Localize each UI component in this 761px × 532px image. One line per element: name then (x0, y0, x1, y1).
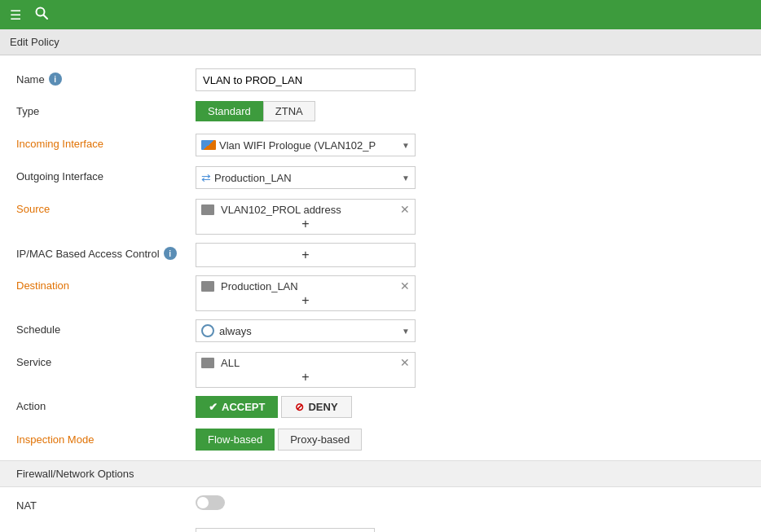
nat-toggle[interactable] (196, 495, 225, 510)
incoming-interface-chevron: ▼ (402, 141, 410, 150)
destination-tag-box: Production_LAN ✕ + (196, 275, 416, 311)
name-input[interactable] (196, 68, 416, 91)
incoming-interface-label: Incoming Interface (16, 134, 196, 150)
incoming-interface-row: Incoming Interface Vlan WIFI Prologue (V… (16, 134, 745, 158)
incoming-interface-control: Vlan WIFI Prologue (VLAN102_P ▼ (196, 134, 745, 156)
menu-icon[interactable]: ☰ (10, 7, 21, 23)
incoming-interface-icon (201, 140, 216, 150)
nat-control (196, 495, 745, 510)
ipmac-info-icon[interactable]: i (164, 247, 177, 260)
source-item-row: VLAN102_PROL address ✕ (201, 203, 410, 216)
outgoing-interface-control: ⇄ Production_LAN ▼ (196, 166, 745, 189)
name-row: Name i (16, 68, 745, 93)
incoming-interface-value: Vlan WIFI Prologue (VLAN102_P (219, 139, 376, 152)
inspection-mode-label: Inspection Mode (16, 433, 196, 446)
action-button-group: ✔ ACCEPT ⊘ DENY (196, 396, 745, 418)
schedule-row: Schedule always ▼ (16, 319, 745, 344)
name-label: Name i (16, 68, 196, 86)
type-standard-button[interactable]: Standard (196, 101, 263, 121)
source-item-remove[interactable]: ✕ (400, 203, 410, 216)
source-control: VLAN102_PROL address ✕ + (196, 199, 745, 235)
type-ztna-button[interactable]: ZTNA (263, 101, 315, 121)
outgoing-interface-chevron: ▼ (402, 174, 410, 182)
source-item-icon (201, 204, 214, 215)
schedule-label: Schedule (16, 319, 196, 336)
protocol-options-label: Protocol Options (16, 528, 196, 532)
name-control (196, 68, 745, 91)
service-item-icon (201, 358, 214, 368)
search-icon[interactable] (34, 6, 49, 24)
destination-control: Production_LAN ✕ + (196, 275, 745, 311)
service-add-button[interactable]: + (201, 371, 410, 384)
destination-label: Destination (16, 275, 196, 292)
firewall-section-content: NAT Protocol Options PROT default ▼ (16, 487, 745, 532)
service-item-remove[interactable]: ✕ (400, 356, 410, 369)
outgoing-interface-dropdown[interactable]: ⇄ Production_LAN ▼ (196, 166, 416, 189)
deny-button[interactable]: ⊘ DENY (281, 396, 351, 418)
nat-label: NAT (16, 495, 196, 512)
schedule-dropdown[interactable]: always ▼ (196, 319, 416, 342)
service-tag-box: ALL ✕ + (196, 352, 416, 388)
schedule-chevron: ▼ (402, 327, 410, 336)
deny-block-icon: ⊘ (295, 401, 304, 413)
protocol-options-control: PROT default ▼ (196, 528, 745, 532)
protocol-options-row: Protocol Options PROT default ▼ (16, 528, 745, 532)
action-row: Action ✔ ACCEPT ⊘ DENY (16, 396, 745, 420)
schedule-value: always (219, 325, 252, 337)
source-row: Source VLAN102_PROL address ✕ + (16, 199, 745, 235)
type-label: Type (16, 101, 196, 117)
page-title: Edit Policy (10, 36, 59, 48)
destination-item: Production_LAN (201, 280, 298, 292)
service-label: Service (16, 352, 196, 368)
destination-item-remove[interactable]: ✕ (400, 279, 410, 292)
service-row: Service ALL ✕ + (16, 352, 745, 388)
source-tag-box: VLAN102_PROL address ✕ + (196, 199, 416, 235)
accept-check-icon: ✔ (209, 401, 218, 413)
type-button-group: Standard ZTNA (196, 101, 745, 121)
edit-policy-form: Name i Type Standard ZTNA Incoming Inter… (0, 55, 761, 532)
service-item: ALL (201, 357, 240, 369)
inspection-mode-row: Inspection Mode Flow-based Proxy-based (16, 429, 745, 451)
source-add-button[interactable]: + (201, 218, 410, 231)
service-control: ALL ✕ + (196, 352, 745, 388)
svg-line-1 (44, 15, 48, 20)
destination-item-row: Production_LAN ✕ (201, 279, 410, 292)
inspection-flow-button[interactable]: Flow-based (196, 429, 275, 451)
schedule-inner: always (201, 324, 252, 337)
type-row: Type Standard ZTNA (16, 101, 745, 125)
outgoing-interface-label: Outgoing Interface (16, 166, 196, 182)
destination-item-icon (201, 281, 214, 292)
inspection-proxy-button[interactable]: Proxy-based (278, 429, 362, 451)
accept-button[interactable]: ✔ ACCEPT (196, 396, 278, 418)
ipmac-tag-box: + (196, 243, 416, 267)
ipmac-control: + (196, 243, 745, 267)
destination-row: Destination Production_LAN ✕ + (16, 275, 745, 311)
destination-add-button[interactable]: + (201, 294, 410, 307)
firewall-section-header: Firewall/Network Options (0, 460, 761, 487)
protocol-options-dropdown[interactable]: PROT default ▼ (196, 528, 375, 532)
incoming-interface-dropdown[interactable]: Vlan WIFI Prologue (VLAN102_P ▼ (196, 134, 416, 156)
inspection-button-group: Flow-based Proxy-based (196, 429, 362, 451)
ipmac-add-button[interactable]: + (201, 248, 410, 262)
top-nav-bar: ☰ (0, 0, 761, 29)
action-label: Action (16, 396, 196, 412)
ipmac-label: IP/MAC Based Access Control i (16, 243, 196, 260)
clock-icon (201, 324, 214, 337)
ipmac-row: IP/MAC Based Access Control i + (16, 243, 745, 267)
service-item-label: ALL (221, 357, 240, 369)
source-item-label: VLAN102_PROL address (221, 204, 341, 216)
destination-item-label: Production_LAN (221, 280, 298, 292)
service-item-row: ALL ✕ (201, 356, 410, 369)
nat-toggle-knob (197, 497, 209, 508)
outgoing-interface-value: Production_LAN (214, 172, 292, 184)
name-info-icon[interactable]: i (49, 73, 62, 86)
source-item: VLAN102_PROL address (201, 204, 341, 216)
breadcrumb: Edit Policy (0, 29, 761, 55)
outgoing-interface-row: Outgoing Interface ⇄ Production_LAN ▼ (16, 166, 745, 191)
action-control: ✔ ACCEPT ⊘ DENY (196, 396, 745, 418)
outgoing-interface-icon: ⇄ (201, 171, 211, 184)
schedule-control: always ▼ (196, 319, 745, 342)
nat-row: NAT (16, 495, 745, 520)
type-control: Standard ZTNA (196, 101, 745, 121)
source-label: Source (16, 199, 196, 215)
